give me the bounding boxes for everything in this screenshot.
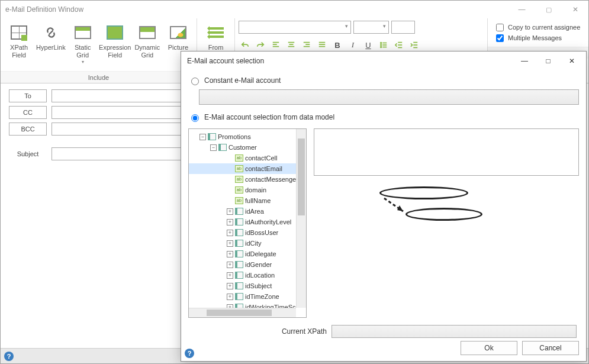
tree-item-idsubject[interactable]: +idSubject	[189, 281, 296, 291]
align-center-button[interactable]	[285, 38, 298, 51]
dialog-close-button[interactable]: ✕	[560, 51, 584, 70]
font-color-button[interactable]	[391, 21, 415, 34]
email-account-dialog: E-Mail account selection — □ ✕ Constant …	[181, 51, 587, 362]
dialog-title-text: E-Mail account selection	[187, 57, 264, 65]
tree-item-iddelegate[interactable]: +idDelegate	[189, 249, 296, 259]
window-title: e-Mail Definition Window	[5, 5, 83, 14]
cc-button[interactable]: CC	[9, 106, 47, 119]
font-size-select[interactable]: ▾	[353, 21, 389, 34]
tree-item-idarea[interactable]: +idArea	[189, 206, 296, 217]
current-xpath-input[interactable]	[331, 325, 577, 338]
align-right-button[interactable]	[300, 38, 313, 51]
tree-item-domain[interactable]: domain	[189, 185, 296, 195]
bold-button[interactable]: B	[331, 38, 344, 51]
multiple-messages-checkbox[interactable]: Multiple Messages	[490, 33, 586, 43]
tree-item-idtimezone[interactable]: +idTimeZone	[189, 291, 296, 302]
font-family-select[interactable]: ▾	[239, 21, 351, 34]
tree-item-idlocation[interactable]: +idLocation	[189, 270, 296, 281]
tree-item-idauthoritylevel[interactable]: +idAuthorityLevel	[189, 217, 296, 227]
bullet-list-button[interactable]	[377, 38, 390, 51]
align-justify-button[interactable]	[316, 38, 329, 51]
dialog-minimize-button[interactable]: —	[513, 51, 536, 70]
tree-item-idbossuser[interactable]: +idBossUser	[189, 227, 296, 238]
hyperlink-label: HyperLink	[36, 44, 66, 51]
constant-account-radio[interactable]: Constant e-Mail account	[188, 74, 579, 87]
expression-field-button[interactable]: Expression Field	[99, 21, 131, 62]
hyperlink-button[interactable]: HyperLink	[35, 21, 67, 54]
current-xpath-label: Current XPath	[191, 327, 327, 336]
tree-customer[interactable]: −Customer	[189, 142, 296, 153]
from-button[interactable]: From	[201, 21, 231, 54]
static-grid-label: Static Grid	[75, 44, 91, 59]
svg-point-14	[381, 44, 382, 46]
svg-point-12	[381, 43, 382, 44]
bcc-button[interactable]: BCC	[9, 123, 47, 136]
ok-button[interactable]: Ok	[461, 341, 517, 355]
help-icon[interactable]: ?	[4, 352, 14, 361]
indent-button[interactable]	[408, 38, 421, 51]
xpath-field-button[interactable]: XPath Field	[4, 21, 34, 62]
picture-button[interactable]: Picture	[163, 21, 193, 54]
xpath-field-label: XPath Field	[10, 44, 28, 59]
main-titlebar: e-Mail Definition Window — ▢ ✕	[1, 1, 588, 18]
static-grid-button[interactable]: Static Grid ▾	[68, 21, 98, 67]
dialog-help-icon[interactable]: ?	[185, 349, 194, 358]
tree-item-idworkingtimesc[interactable]: +idWorkingTimeSc	[189, 302, 296, 308]
dynamic-grid-button[interactable]: Dynamic Grid	[133, 21, 162, 62]
redo-button[interactable]	[254, 38, 267, 51]
main-close-button[interactable]: ✕	[562, 1, 588, 18]
detail-panel	[314, 128, 579, 176]
static-grid-dropdown-icon[interactable]: ▾	[82, 59, 84, 65]
to-button[interactable]: To	[9, 89, 47, 102]
tree-item-contactemail[interactable]: contactEmail	[189, 163, 296, 174]
main-minimize-button[interactable]: —	[508, 1, 535, 18]
tree-item-fullname[interactable]: fullName	[189, 195, 296, 206]
svg-point-16	[381, 47, 382, 48]
tree-item-contactcell[interactable]: contactCell	[189, 153, 296, 163]
tree-horizontal-scrollbar[interactable]	[189, 308, 296, 317]
tree-vertical-scrollbar[interactable]	[296, 129, 306, 308]
main-maximize-button[interactable]: ▢	[535, 1, 562, 18]
dialog-titlebar: E-Mail account selection — □ ✕	[181, 51, 586, 70]
underline-button[interactable]: U	[362, 38, 375, 51]
dialog-maximize-button[interactable]: □	[536, 51, 560, 70]
data-model-tree[interactable]: −Promotions−CustomercontactCellcontactEm…	[188, 128, 307, 318]
tree-root[interactable]: −Promotions	[189, 131, 296, 142]
undo-button[interactable]	[239, 38, 252, 51]
tree-item-idgender[interactable]: +idGender	[189, 259, 296, 270]
datamodel-radio[interactable]: E-Mail account selection from data model	[188, 111, 579, 124]
cancel-button[interactable]: Cancel	[522, 341, 579, 355]
include-group-title: Include	[1, 71, 197, 83]
align-left-button[interactable]	[269, 38, 282, 51]
expression-field-label: Expression Field	[99, 44, 131, 59]
tree-item-contactmessenge[interactable]: contactMessenge	[189, 174, 296, 185]
subject-label: Subject	[9, 150, 47, 157]
italic-button[interactable]: I	[346, 38, 359, 51]
constant-account-input[interactable]	[199, 89, 579, 105]
outdent-button[interactable]	[392, 38, 405, 51]
copy-assignee-checkbox[interactable]: Copy to current assignee	[490, 22, 586, 33]
tree-item-idcity[interactable]: +idCity	[189, 238, 296, 249]
dynamic-grid-label: Dynamic Grid	[134, 44, 160, 59]
